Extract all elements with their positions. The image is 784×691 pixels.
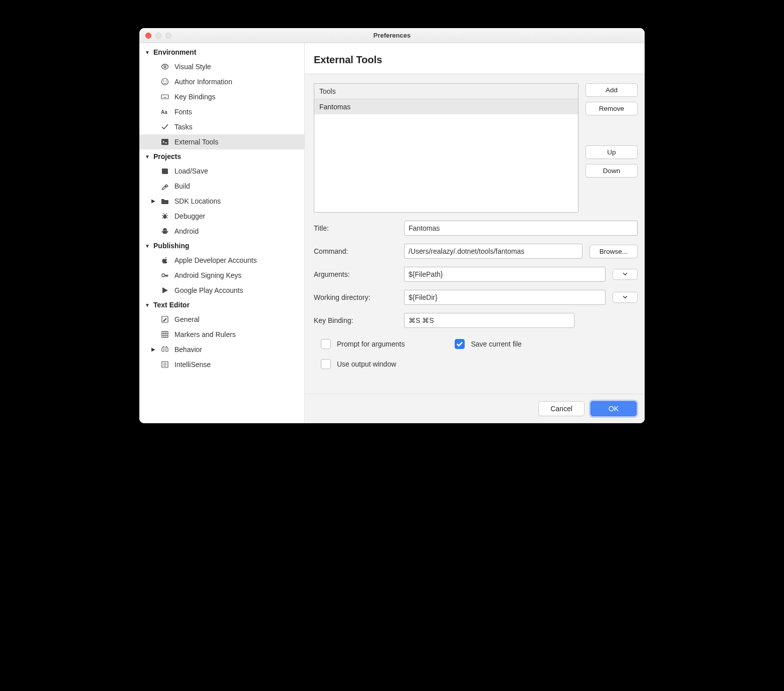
sidebar-item-general[interactable]: General xyxy=(139,312,304,327)
sidebar-section-label: Projects xyxy=(153,152,181,160)
add-button[interactable]: Add xyxy=(585,83,638,97)
sidebar-item-label: External Tools xyxy=(174,138,219,146)
sidebar-item-author-info[interactable]: Author Information xyxy=(139,74,304,89)
apple-icon xyxy=(160,256,169,265)
grid-icon xyxy=(160,330,169,339)
sidebar-item-label: Markers and Rulers xyxy=(174,330,236,338)
brain-icon xyxy=(160,345,169,354)
output-checkbox[interactable] xyxy=(321,359,331,369)
command-input[interactable] xyxy=(404,244,582,259)
sidebar-item-visual-style[interactable]: Visual Style xyxy=(139,59,304,74)
aa-icon xyxy=(160,107,169,116)
sidebar-item-label: Tasks xyxy=(174,123,192,131)
window-close-button[interactable] xyxy=(145,33,151,39)
content-heading: External Tools xyxy=(305,43,645,74)
sidebar-item-label: Visual Style xyxy=(174,63,211,71)
android-icon xyxy=(160,227,169,236)
sidebar-item-label: Apple Developer Accounts xyxy=(174,256,257,264)
sidebar-item-label: SDK Locations xyxy=(174,197,221,205)
sidebar-section-header[interactable]: ▼Projects xyxy=(139,149,304,163)
book-icon xyxy=(160,166,169,176)
title-label: Title: xyxy=(314,224,397,232)
sidebar-item-label: IntelliSense xyxy=(174,361,211,369)
disclosure-triangle-icon: ▶ xyxy=(151,347,155,352)
arguments-label: Arguments: xyxy=(314,270,397,278)
keybinding-input[interactable] xyxy=(404,313,574,328)
sidebar-item-markers[interactable]: Markers and Rulers xyxy=(139,327,304,342)
sidebar-item-external-tools[interactable]: External Tools xyxy=(139,134,304,149)
workdir-variables-button[interactable] xyxy=(613,292,638,303)
disclosure-triangle-icon: ▼ xyxy=(144,243,150,249)
ok-button[interactable]: OK xyxy=(591,401,637,416)
pencil-icon xyxy=(160,315,169,324)
remove-button[interactable]: Remove xyxy=(585,102,638,115)
terminal-icon xyxy=(160,137,169,146)
sidebar-item-debugger[interactable]: Debugger xyxy=(139,209,304,224)
preferences-sidebar[interactable]: ▼EnvironmentVisual StyleAuthor Informati… xyxy=(139,43,305,423)
up-button[interactable]: Up xyxy=(585,145,638,159)
sidebar-item-tasks[interactable]: Tasks xyxy=(139,119,304,134)
prompt-checkbox[interactable] xyxy=(321,339,331,349)
chevron-down-icon xyxy=(623,295,628,300)
workdir-input[interactable] xyxy=(404,290,606,305)
command-label: Command: xyxy=(314,247,397,255)
tools-list-item[interactable]: Fantomas xyxy=(314,99,578,114)
sidebar-item-label: Fonts xyxy=(174,108,192,116)
sidebar-item-apple-dev[interactable]: Apple Developer Accounts xyxy=(139,253,304,268)
sidebar-item-intellisense[interactable]: IntelliSense xyxy=(139,357,304,372)
tools-list-header: Tools xyxy=(314,84,578,99)
output-label: Use output window xyxy=(337,360,396,368)
disclosure-triangle-icon: ▼ xyxy=(144,154,150,159)
play-icon xyxy=(160,286,169,295)
cancel-button[interactable]: Cancel xyxy=(538,401,584,416)
window-zoom-button[interactable] xyxy=(165,33,171,39)
folder-icon xyxy=(160,197,169,206)
sidebar-section-label: Environment xyxy=(153,48,197,56)
chevron-down-icon xyxy=(623,272,628,277)
sidebar-section-header[interactable]: ▼Text Editor xyxy=(139,298,304,312)
prompt-label: Prompt for arguments xyxy=(337,340,405,348)
check-icon xyxy=(160,122,169,131)
sidebar-item-key-bindings[interactable]: Key Bindings xyxy=(139,89,304,104)
sidebar-item-label: Build xyxy=(174,182,190,190)
sidebar-item-load-save[interactable]: Load/Save xyxy=(139,163,304,179)
sidebar-section-header[interactable]: ▼Publishing xyxy=(139,239,304,253)
eye-icon xyxy=(160,62,169,71)
sidebar-item-android[interactable]: Android xyxy=(139,224,304,239)
sidebar-item-build[interactable]: Build xyxy=(139,179,304,194)
sidebar-item-fonts[interactable]: Fonts xyxy=(139,104,304,119)
disclosure-triangle-icon: ▼ xyxy=(144,302,150,308)
sidebar-section-label: Text Editor xyxy=(153,301,189,309)
window-title: Preferences xyxy=(139,32,645,39)
sidebar-item-android-sign[interactable]: Android Signing Keys xyxy=(139,268,304,283)
keyboard-icon xyxy=(160,92,169,101)
key-icon xyxy=(160,271,169,280)
window-minimize-button[interactable] xyxy=(155,33,161,39)
sidebar-section-label: Publishing xyxy=(153,242,189,250)
workdir-label: Working directory: xyxy=(314,293,397,301)
tools-list[interactable]: Tools Fantomas xyxy=(314,83,578,213)
titlebar[interactable]: Preferences xyxy=(139,28,645,43)
save-label: Save current file xyxy=(471,340,521,348)
sidebar-item-label: Debugger xyxy=(174,212,206,220)
save-checkbox[interactable] xyxy=(455,339,465,349)
arguments-variables-button[interactable] xyxy=(613,269,638,280)
disclosure-triangle-icon: ▼ xyxy=(144,50,150,55)
sidebar-item-sdk-locations[interactable]: ▶SDK Locations xyxy=(139,194,304,209)
title-input[interactable] xyxy=(404,221,638,236)
sidebar-item-label: Google Play Accounts xyxy=(174,286,243,294)
sidebar-item-label: Load/Save xyxy=(174,167,208,175)
sidebar-item-label: Key Bindings xyxy=(174,93,216,101)
down-button[interactable]: Down xyxy=(585,164,638,178)
sidebar-item-label: Author Information xyxy=(174,78,232,86)
sidebar-item-behavior[interactable]: ▶Behavior xyxy=(139,342,304,357)
sidebar-item-label: Behavior xyxy=(174,346,202,354)
sidebar-item-label: General xyxy=(174,315,200,323)
smile-icon xyxy=(160,77,169,86)
preferences-window: Preferences ▼EnvironmentVisual StyleAuth… xyxy=(139,28,645,423)
browse-button[interactable]: Browse... xyxy=(590,245,638,258)
arguments-input[interactable] xyxy=(404,267,606,282)
sidebar-section-header[interactable]: ▼Environment xyxy=(139,45,304,59)
content-pane: External Tools Tools Fantomas Add Remove… xyxy=(305,43,645,423)
sidebar-item-google-play[interactable]: Google Play Accounts xyxy=(139,283,304,298)
